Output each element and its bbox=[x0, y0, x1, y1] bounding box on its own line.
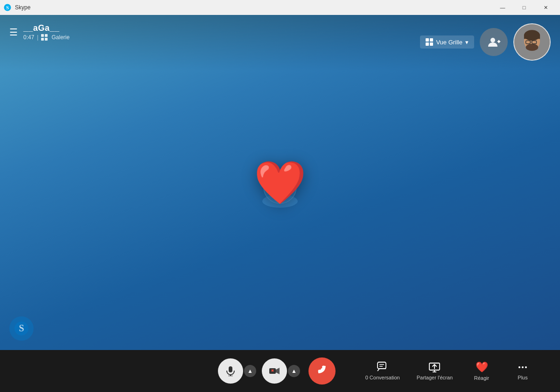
call-header: ☰ __aGa__ 0:47 | Galerie bbox=[0, 15, 560, 71]
mic-group: ▲ bbox=[218, 358, 256, 384]
svg-marker-31 bbox=[276, 368, 280, 374]
window-title: Skype bbox=[15, 4, 30, 11]
toolbar-center-controls: ▲ ▲ bbox=[218, 357, 342, 385]
call-name: __aGa__ bbox=[23, 23, 70, 33]
toolbar-right-actions: 0 Conversation Partager l'écran ❤️ Réagi… bbox=[359, 358, 541, 384]
svg-rect-7 bbox=[430, 38, 433, 42]
vue-grille-chevron: ▾ bbox=[465, 39, 469, 46]
microphone-icon bbox=[225, 366, 236, 376]
separator: | bbox=[37, 34, 38, 41]
video-group: ▲ bbox=[262, 358, 300, 384]
camera-icon bbox=[269, 367, 280, 375]
conversation-label: 0 Conversation bbox=[365, 375, 400, 380]
vue-grille-label: Vue Grille bbox=[436, 39, 462, 46]
svg-point-10 bbox=[490, 38, 495, 42]
hamburger-menu-icon[interactable]: ☰ bbox=[9, 27, 18, 38]
share-screen-button[interactable]: Partager l'écran bbox=[410, 359, 459, 383]
add-person-icon bbox=[487, 35, 501, 49]
svg-rect-5 bbox=[45, 38, 48, 41]
call-info: __aGa__ 0:47 | Galerie bbox=[23, 23, 70, 41]
more-icon bbox=[517, 362, 528, 373]
share-screen-label: Partager l'écran bbox=[417, 375, 453, 380]
vue-grille-button[interactable]: Vue Grille ▾ bbox=[420, 35, 474, 49]
call-area: ☰ __aGa__ 0:47 | Galerie bbox=[0, 15, 560, 350]
svg-point-41 bbox=[518, 366, 520, 368]
heart-react-icon: ❤️ bbox=[476, 361, 488, 373]
minimize-button[interactable]: — bbox=[492, 0, 513, 15]
svg-rect-2 bbox=[41, 34, 44, 37]
svg-rect-9 bbox=[430, 42, 433, 46]
more-label: Plus bbox=[518, 375, 527, 380]
svg-point-42 bbox=[522, 366, 524, 368]
avatar-image bbox=[514, 24, 550, 60]
grid-icon bbox=[426, 38, 433, 46]
react-button[interactable]: ❤️ Réagir bbox=[463, 358, 500, 384]
svg-point-43 bbox=[525, 366, 527, 368]
svg-rect-4 bbox=[41, 38, 44, 41]
app-icon: S bbox=[4, 4, 11, 11]
title-bar: S Skype — □ ✕ bbox=[0, 0, 560, 15]
svg-rect-3 bbox=[45, 34, 48, 37]
gallery-icon bbox=[41, 34, 48, 41]
svg-rect-34 bbox=[378, 362, 386, 369]
heart-emoji-container: ❤️ bbox=[254, 161, 306, 203]
skype-watermark: S bbox=[9, 316, 34, 341]
call-meta: 0:47 | Galerie bbox=[23, 34, 70, 41]
window-controls: — □ ✕ bbox=[492, 0, 556, 15]
react-label: Réagir bbox=[474, 375, 489, 381]
conversation-icon bbox=[377, 362, 388, 373]
add-participant-button[interactable] bbox=[480, 28, 508, 56]
conversation-button[interactable]: 0 Conversation bbox=[359, 359, 406, 383]
video-chevron-button[interactable]: ▲ bbox=[288, 365, 300, 377]
end-call-icon bbox=[316, 365, 328, 377]
svg-text:S: S bbox=[6, 5, 9, 10]
more-button[interactable]: Plus bbox=[504, 359, 541, 383]
svg-rect-8 bbox=[426, 42, 429, 46]
close-button[interactable]: ✕ bbox=[535, 0, 556, 15]
end-call-button[interactable] bbox=[308, 357, 336, 385]
svg-rect-27 bbox=[229, 366, 232, 372]
heart-symbol: ❤️ bbox=[254, 161, 306, 203]
svg-point-17 bbox=[526, 44, 539, 51]
call-header-right: Vue Grille ▾ bbox=[420, 23, 551, 61]
camera-button[interactable] bbox=[262, 358, 287, 384]
share-screen-icon bbox=[429, 362, 440, 373]
svg-rect-6 bbox=[426, 38, 429, 42]
svg-rect-16 bbox=[524, 35, 540, 39]
gallery-label: Galerie bbox=[51, 34, 70, 41]
mute-button[interactable] bbox=[218, 358, 243, 384]
toolbar: ▲ ▲ bbox=[0, 350, 560, 392]
maximize-button[interactable]: □ bbox=[513, 0, 535, 15]
mic-chevron-button[interactable]: ▲ bbox=[244, 365, 256, 377]
svg-text:S: S bbox=[19, 323, 24, 333]
user-avatar bbox=[513, 23, 551, 61]
call-timer: 0:47 bbox=[23, 34, 34, 41]
